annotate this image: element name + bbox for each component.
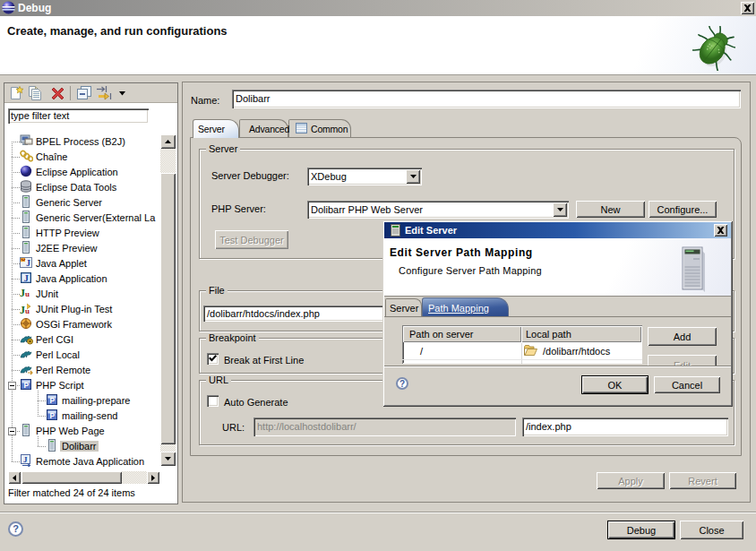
svg-text:u: u: [25, 306, 30, 314]
svg-text:u: u: [25, 289, 30, 298]
svg-text:P: P: [50, 411, 56, 420]
svg-text:J: J: [24, 272, 30, 283]
svg-text:P: P: [24, 381, 30, 390]
svg-text:J: J: [26, 258, 30, 268]
svg-text:J: J: [23, 455, 28, 464]
svg-text:P: P: [50, 396, 56, 405]
